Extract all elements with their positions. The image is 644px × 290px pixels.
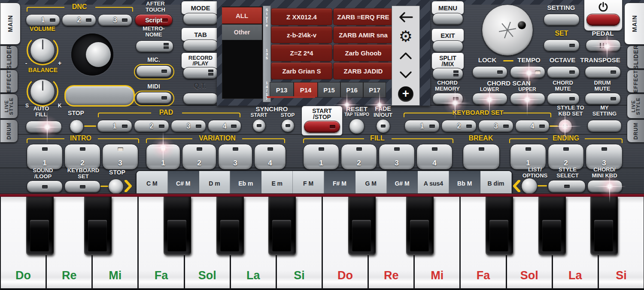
keyboard-set-button-1[interactable]: 1	[404, 120, 440, 132]
style-item[interactable]: Z=Z 2*4	[271, 44, 332, 61]
black-key-gsharp-2[interactable]	[538, 197, 566, 255]
tab-live-style-left[interactable]: LIVE STYLE	[0, 94, 18, 119]
start-stop-button[interactable]	[304, 121, 340, 133]
sound-loop-button[interactable]	[27, 180, 63, 193]
qt-button[interactable]	[183, 93, 218, 105]
chord-cell[interactable]: G M	[355, 171, 387, 196]
chord-cell[interactable]: A sus4	[418, 171, 449, 196]
page-tab-p17[interactable]: P17	[363, 82, 386, 98]
fill-button-4[interactable]: 4	[416, 144, 453, 170]
split-mix-button[interactable]	[432, 68, 463, 80]
tempo-dial[interactable]	[482, 4, 533, 56]
ending-button-3[interactable]: 3	[586, 144, 623, 170]
style-item[interactable]: ZARB =ERQ FRE	[333, 8, 393, 25]
chord-cell[interactable]: Eb m	[230, 171, 261, 196]
black-key-eflat-1[interactable]	[84, 197, 112, 255]
page-tab-p13[interactable]: P13	[270, 82, 294, 98]
synchro-stop-knob[interactable]	[281, 119, 295, 132]
page-tab-p15[interactable]: P15	[318, 82, 340, 98]
joystick-ball[interactable]	[86, 42, 111, 67]
intro-button-1[interactable]: 1	[27, 144, 63, 170]
black-key-fsharp-1[interactable]	[164, 197, 191, 255]
midi-button[interactable]	[136, 92, 172, 104]
black-key-bflat-1[interactable]	[268, 197, 296, 255]
drum-mute-button[interactable]	[585, 93, 621, 105]
style-item[interactable]: z-b-2\4k-v	[271, 26, 332, 43]
chord-cell[interactable]: G# M	[387, 171, 418, 196]
chord-cell[interactable]: C# M	[168, 171, 199, 196]
chord-scan-upper-button[interactable]	[510, 93, 545, 105]
record-play-tab[interactable]: RECORD/PLAY	[181, 52, 220, 69]
chord-memory-button[interactable]	[432, 93, 463, 105]
auto-fill-button[interactable]	[26, 121, 62, 133]
chord-cell[interactable]: B dim	[480, 171, 512, 196]
pad-button-3[interactable]: 3	[171, 120, 206, 132]
page-tab-p16[interactable]: P16	[340, 82, 363, 98]
back-arrow-icon[interactable]	[397, 9, 414, 25]
transpose-button[interactable]	[585, 66, 621, 78]
metronome-button[interactable]	[136, 40, 173, 52]
keyboard-set-button-2[interactable]: 2	[441, 120, 477, 132]
tab-effect-right[interactable]: EFFECT	[627, 70, 644, 93]
style-tab-other[interactable]: Other	[222, 24, 262, 40]
reset-tap-tempo-knob[interactable]	[349, 119, 365, 134]
script-button[interactable]: Script	[135, 14, 173, 26]
dnc-button-3[interactable]: 3	[98, 14, 132, 26]
tab-main-right[interactable]: MAIN	[624, 3, 644, 45]
style-item[interactable]: Zarb Ghoob	[333, 44, 393, 61]
intro-button-2[interactable]: 2	[64, 144, 100, 170]
pad-button-1[interactable]: 1	[97, 120, 132, 132]
tempo-button[interactable]	[510, 66, 545, 78]
tab-live-style-right[interactable]: LIVE STYLE	[627, 94, 644, 119]
ending-button-1[interactable]: 1	[510, 144, 546, 170]
variation-button-3[interactable]: 3	[218, 144, 252, 170]
page-tab-p14[interactable]: P14	[294, 82, 318, 98]
style-to-kbd-set-knob[interactable]	[558, 119, 572, 133]
keyboard-set-button-d[interactable]	[64, 180, 100, 193]
tab-slider-left[interactable]: SLIDER	[0, 46, 18, 69]
intro-button-3[interactable]: 3	[102, 144, 138, 170]
mode-button[interactable]	[183, 13, 218, 25]
style-item[interactable]: Zarb Grian S	[271, 62, 332, 79]
tab-drum-left[interactable]: DRUM	[0, 119, 18, 143]
record-play-button[interactable]	[183, 67, 218, 79]
keyboard-set-button-4[interactable]: 4	[515, 120, 550, 132]
variation-button-1[interactable]: 1	[146, 144, 180, 170]
style-item[interactable]: ZARB AMIR sna	[333, 26, 393, 43]
chord-cell[interactable]: C M	[137, 171, 168, 196]
balance-knob[interactable]	[30, 79, 55, 104]
tab-slider-right[interactable]: SLIDER	[627, 46, 644, 69]
chord-cell[interactable]: D m	[199, 171, 231, 196]
style-tab-all[interactable]: ALL	[222, 7, 262, 24]
setting-button[interactable]	[544, 14, 580, 26]
black-key-fsharp-2[interactable]	[486, 197, 513, 255]
synchro-start-knob[interactable]	[252, 119, 266, 132]
style-item[interactable]: ZARB JADID	[333, 62, 393, 79]
lock-button[interactable]	[472, 66, 507, 78]
chevron-down-icon[interactable]	[397, 67, 414, 82]
style-item[interactable]: Z XX012.4	[271, 8, 332, 25]
chord-scan-lower-button[interactable]	[472, 93, 507, 105]
power-button[interactable]	[586, 14, 620, 26]
chord-cell[interactable]: F M	[293, 171, 324, 196]
value-display[interactable]	[64, 85, 135, 107]
exit-button[interactable]	[432, 40, 463, 52]
pedal-button[interactable]	[586, 40, 621, 52]
chord-cell[interactable]: E m	[261, 171, 293, 196]
list-options-knob[interactable]	[521, 178, 538, 194]
fade-knob[interactable]	[376, 119, 390, 133]
gear-icon[interactable]: ⚙	[397, 29, 414, 44]
plus-icon[interactable]: +	[398, 86, 413, 102]
tab-main-left[interactable]: MAIN	[0, 3, 21, 45]
stop-knob-d[interactable]	[108, 179, 124, 194]
menu-button[interactable]	[432, 13, 463, 25]
chord-cell[interactable]: F# M	[324, 171, 355, 196]
pad-button-2[interactable]: 2	[134, 120, 169, 132]
keyboard-set-button-3[interactable]: 3	[478, 120, 513, 132]
black-key-eflat-2[interactable]	[406, 197, 434, 255]
fill-button-1[interactable]: 1	[303, 144, 339, 170]
variation-button-4[interactable]: 4	[254, 144, 286, 170]
mic-button[interactable]	[136, 65, 172, 77]
style-select-button[interactable]	[548, 180, 586, 193]
volume-knob[interactable]	[30, 38, 55, 63]
